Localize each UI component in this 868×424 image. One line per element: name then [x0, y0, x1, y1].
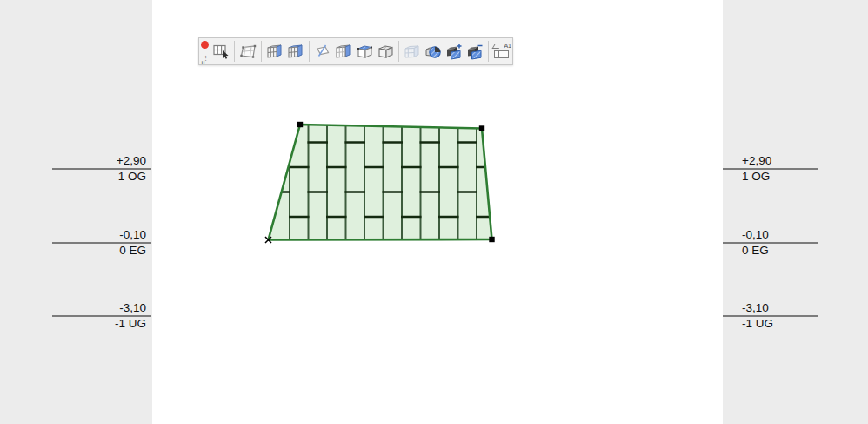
curtain-wall-object[interactable]	[0, 0, 868, 424]
vertex-handle-top-left[interactable]	[297, 122, 303, 127]
vertex-handle-bottom-right[interactable]	[489, 237, 494, 242]
vertex-handle-top-right[interactable]	[479, 125, 484, 131]
